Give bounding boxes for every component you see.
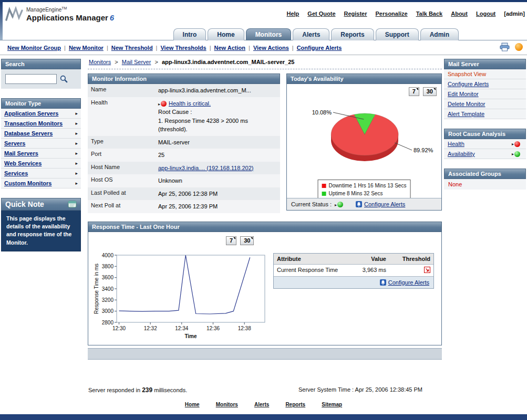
root-cause-analysis-panel: Root Cause Analysis Health ▸ Availabilit…	[444, 129, 526, 159]
app-header: ManageEngineTM Applications Manager6 Hel…	[0, 2, 527, 40]
sidebar-item-database-servers[interactable]: Database Servers▸	[1, 129, 81, 139]
server-system-time: Server System Time : Apr 25, 2006 12:38:…	[298, 386, 422, 393]
svg-text:3800: 3800	[102, 263, 114, 269]
chevron-right-icon: ▸	[75, 151, 78, 156]
quick-note-title: Quick Note	[5, 200, 44, 208]
tab-admin[interactable]: Admin	[420, 28, 459, 40]
associated-groups-panel: Associated Groups None	[444, 169, 526, 190]
svg-text:3600: 3600	[102, 275, 114, 280]
mail-server-actions-panel: Mail Server Snapshot View Configure Aler…	[444, 59, 526, 119]
health-critical-link[interactable]: Health is critical.	[169, 100, 211, 107]
footer-link-reports[interactable]: Reports	[285, 402, 305, 407]
link-about[interactable]: About	[451, 10, 468, 17]
footer-link-sitemap[interactable]: Sitemap	[322, 402, 342, 407]
search-panel-title: Search	[5, 61, 25, 67]
view-actions-link[interactable]: View Actions	[253, 45, 289, 51]
table-header-row: Attribute Value Threshold	[274, 254, 433, 265]
link-talk-back[interactable]: Talk Back	[416, 10, 443, 17]
sidebar-item-application-servers[interactable]: Application Servers▸	[1, 109, 81, 119]
svg-text:12:32: 12:32	[144, 326, 157, 331]
new-threshold-link[interactable]: New Threshold	[111, 45, 153, 51]
bottom-copyright-bar	[0, 414, 527, 420]
footer-link-monitors[interactable]: Monitors	[216, 402, 238, 407]
up-status-icon	[337, 202, 343, 207]
critical-status-icon	[514, 141, 520, 147]
link-register[interactable]: Register	[344, 10, 367, 17]
svg-text:3000: 3000	[102, 308, 114, 314]
svg-text:Time: Time	[184, 333, 197, 339]
next-poll-value: Apr 25, 2006 12:39 PM	[155, 200, 280, 213]
personalize-theme-icon[interactable]	[515, 43, 523, 51]
tab-intro[interactable]: Intro	[173, 28, 206, 40]
action-toolbar: New Monitor Group| New Monitor| New Thre…	[0, 40, 527, 55]
period-30-days-button[interactable]: 30	[240, 236, 254, 245]
new-action-link[interactable]: New Action	[214, 45, 246, 51]
current-status-label: Current Status :	[291, 201, 332, 207]
brand-text: ManageEngineTM Applications Manager6	[26, 6, 114, 22]
breadcrumb-mail-server[interactable]: Mail Server	[122, 59, 151, 65]
sidebar-item-mail-servers[interactable]: Mail Servers▸	[1, 149, 81, 159]
link-help[interactable]: Help	[286, 10, 299, 17]
search-icon[interactable]	[59, 75, 68, 83]
tab-support[interactable]: Support	[376, 28, 419, 40]
tab-reports[interactable]: Reports	[331, 28, 374, 40]
attribute-value: 3,963 ms	[344, 265, 389, 276]
sidebar-item-web-services[interactable]: Web Services▸	[1, 159, 81, 169]
period-7-days-button[interactable]: 7	[226, 236, 236, 245]
breadcrumb-monitors[interactable]: Monitors	[89, 59, 111, 65]
monitor-type-value: MAIL-server	[155, 136, 280, 149]
edit-monitor-item[interactable]: Edit Monitor	[444, 89, 526, 99]
tab-home[interactable]: Home	[208, 28, 244, 40]
new-monitor-link[interactable]: New Monitor	[69, 45, 104, 51]
uptime-legend-swatch	[322, 192, 326, 196]
svg-text:3200: 3200	[102, 297, 114, 302]
view-thresholds-link[interactable]: View Thresholds	[160, 45, 206, 51]
content-footer-band	[88, 348, 442, 360]
footer-link-alerts[interactable]: Alerts	[254, 402, 269, 407]
link-personalize[interactable]: Personalize	[376, 10, 408, 17]
root-cause-label: Root Cause :	[158, 108, 277, 117]
sidebar-item-custom-monitors[interactable]: Custom Monitors▸	[1, 178, 81, 188]
delete-monitor-item[interactable]: Delete Monitor	[444, 99, 526, 109]
svg-text:12:38: 12:38	[238, 326, 251, 331]
configure-alerts-item[interactable]: Configure Alerts	[444, 79, 526, 89]
sidebar-item-transaction-monitors[interactable]: Transaction Monitors▸	[1, 119, 81, 129]
table-row: Type MAIL-server	[88, 136, 280, 149]
svg-text:89.92%: 89.92%	[414, 147, 433, 153]
sidebar-item-services[interactable]: Services▸	[1, 169, 81, 178]
period-30-days-button[interactable]: 30	[423, 87, 437, 96]
search-input[interactable]	[5, 74, 57, 84]
associated-groups-value: None	[444, 179, 526, 190]
svg-text:2800: 2800	[102, 319, 114, 325]
threshold-violation-icon[interactable]	[424, 267, 430, 273]
response-time-panel: Response Time - Last One Hour 7 30 28003…	[88, 222, 442, 345]
monitor-information-title: Monitor Information	[92, 76, 147, 82]
sidebar-item-servers[interactable]: Servers▸	[1, 139, 81, 149]
period-7-days-button[interactable]: 7	[409, 87, 419, 96]
svg-text:Response Time in ms: Response Time in ms	[94, 263, 99, 313]
response-time-chart: 280030003200340036003800400012:3012:3212…	[92, 250, 271, 341]
tab-alerts[interactable]: Alerts	[293, 28, 329, 40]
response-time-title: Response Time - Last One Hour	[92, 224, 180, 230]
snapshot-view-item[interactable]: Snapshot View	[444, 69, 526, 79]
footer-link-home[interactable]: Home	[185, 402, 200, 407]
printer-icon[interactable]	[500, 43, 510, 51]
brand-manageengine: ManageEngine	[26, 7, 61, 13]
alert-template-item[interactable]: Alert Template	[444, 109, 526, 119]
link-get-quote[interactable]: Get Quote	[307, 10, 335, 17]
brand-product-name: Applications Manager	[26, 13, 108, 22]
configure-alerts-toolbar-link[interactable]: Configure Alerts	[297, 45, 342, 51]
root-cause-health-item[interactable]: Health ▸	[444, 139, 526, 149]
configure-alerts-link[interactable]: Configure Alerts	[364, 201, 405, 207]
root-cause-availability-item[interactable]: Availability ▸	[444, 149, 526, 159]
alert-bell-icon	[380, 279, 386, 286]
link-logout[interactable]: Logout	[476, 10, 495, 17]
downtime-legend-label: Downtime 1 Hrs 16 Mins 13 Secs	[329, 182, 407, 190]
host-name-link[interactable]: app-linux3.india.... (192.168.118.202)	[158, 165, 253, 171]
chevron-right-icon: ▸	[75, 131, 78, 136]
monitor-name-value: app-linux3.india.adventnet.com_M...	[155, 84, 280, 97]
configure-alerts-link[interactable]: Configure Alerts	[388, 279, 429, 286]
manageengine-logo-icon	[5, 6, 23, 22]
tab-monitors[interactable]: Monitors	[246, 28, 292, 40]
new-monitor-group-link[interactable]: New Monitor Group	[7, 45, 61, 51]
